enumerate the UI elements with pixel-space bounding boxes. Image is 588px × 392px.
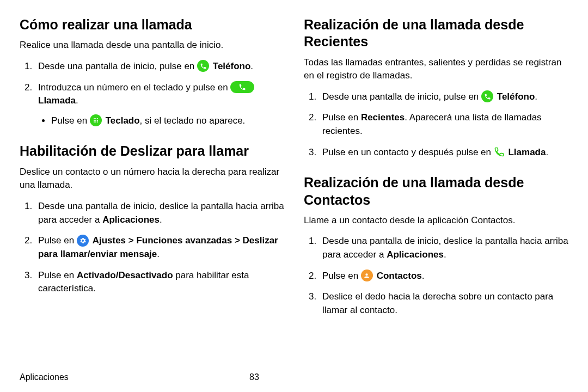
svg-point-8: [97, 121, 98, 122]
step: Pulse en Recientes. Aparecerá una lista …: [319, 111, 568, 138]
svg-point-3: [94, 120, 95, 121]
bold-label: Aplicaciones: [387, 249, 444, 260]
heading-make-call: Cómo realizar una llamada: [20, 16, 284, 33]
text: Introduzca un número en el teclado y pul…: [38, 82, 230, 93]
phone-icon: [197, 60, 209, 72]
phone-icon: [481, 90, 493, 102]
step: Desde una pantalla de inicio, deslice la…: [35, 200, 284, 226]
step: Pulse en Contactos.: [319, 270, 568, 283]
bold-label: Contactos: [377, 271, 422, 281]
text: Pulse en: [38, 235, 77, 246]
keypad-icon: [90, 114, 102, 126]
text: Pulse en: [322, 112, 361, 122]
text: .: [444, 249, 446, 260]
call-pill-icon: [230, 81, 254, 93]
svg-point-2: [97, 118, 98, 119]
call-outline-icon: [494, 146, 505, 157]
steps-call-recents: Desde una pantalla de inicio, pulse en T…: [304, 90, 568, 160]
section-call-contacts: Realización de una llamada desde Contact…: [304, 174, 568, 317]
text: Desde una pantalla de inicio, pulse en: [38, 61, 197, 71]
text: , si el teclado no aparece.: [140, 115, 246, 126]
substeps: Pulse en Teclado, si el teclado no apare…: [38, 114, 284, 128]
settings-icon: [77, 235, 89, 247]
lead-make-call: Realice una llamada desde una pantalla d…: [20, 39, 284, 52]
text: .: [422, 271, 425, 281]
text: .: [76, 95, 78, 106]
section-call-recents: Realización de una llamada desde Recient…: [304, 16, 568, 159]
step: Pulse en Ajustes > Funciones avanzadas >…: [35, 234, 284, 261]
lead-swipe-call: Deslice un contacto o un número hacia la…: [20, 166, 284, 192]
bold-label: Teléfono: [497, 91, 535, 102]
text: Deslice el dedo hacia la derecha sobre u…: [322, 291, 553, 315]
heading-call-contacts: Realización de una llamada desde Contact…: [304, 174, 568, 209]
text: .: [546, 147, 548, 157]
svg-point-1: [95, 118, 96, 119]
substep: Pulse en Teclado, si el teclado no apare…: [51, 114, 284, 128]
page-number: 83: [249, 372, 259, 382]
lead-call-recents: Todas las llamadas entrantes, salientes …: [304, 56, 568, 83]
step: Introduzca un número en el teclado y pul…: [35, 81, 284, 128]
lead-call-contacts: Llame a un contacto desde la aplicación …: [304, 214, 568, 228]
svg-point-6: [94, 121, 95, 122]
chevron: >: [232, 235, 242, 246]
text: .: [157, 249, 160, 259]
steps-call-contacts: Desde una pantalla de inicio, deslice la…: [304, 235, 568, 317]
footer-section-label: Aplicaciones: [20, 372, 69, 382]
bold-label: Aplicaciones: [102, 215, 160, 225]
svg-point-5: [97, 120, 98, 121]
contacts-icon: [361, 270, 373, 281]
bold-label: Teléfono: [213, 61, 251, 71]
bold-label: Funciones avanzadas: [136, 235, 232, 246]
step: Pulse en Activado/Desactivado para habil…: [35, 269, 284, 296]
step: Deslice el dedo hacia la derecha sobre u…: [319, 290, 568, 317]
text: Pulse en: [51, 115, 90, 126]
heading-call-recents: Realización de una llamada desde Recient…: [304, 16, 568, 51]
steps-make-call: Desde una pantalla de inicio, pulse en T…: [20, 60, 284, 128]
svg-point-7: [95, 121, 96, 122]
text: Pulse en: [322, 271, 361, 281]
svg-point-4: [95, 120, 96, 121]
chevron: >: [126, 235, 136, 246]
bold-label: Ajustes: [93, 235, 126, 246]
section-swipe-call: Habilitación de Deslizar para llamar Des…: [20, 143, 284, 295]
bold-label: Recientes: [361, 112, 405, 122]
bold-label: Teclado: [106, 115, 140, 126]
step: Desde una pantalla de inicio, pulse en T…: [35, 60, 284, 74]
text: Pulse en un contacto y después pulse en: [322, 147, 494, 157]
step: Pulse en un contacto y después pulse en …: [319, 146, 568, 160]
text: .: [160, 215, 162, 225]
section-make-call: Cómo realizar una llamada Realice una ll…: [20, 16, 284, 127]
step: Desde una pantalla de inicio, deslice la…: [319, 235, 568, 261]
steps-swipe-call: Desde una pantalla de inicio, deslice la…: [20, 200, 284, 296]
bold-label: Llamada: [508, 147, 546, 157]
text: .: [250, 61, 253, 71]
heading-swipe-call: Habilitación de Deslizar para llamar: [20, 143, 284, 160]
bold-label: Activado/Desactivado: [77, 270, 173, 280]
text: Desde una pantalla de inicio, pulse en: [322, 91, 481, 102]
text: .: [535, 91, 537, 102]
svg-point-0: [94, 118, 95, 119]
step: Desde una pantalla de inicio, pulse en T…: [319, 90, 568, 104]
text: Pulse en: [38, 270, 77, 280]
bold-label: Llamada: [38, 95, 76, 106]
